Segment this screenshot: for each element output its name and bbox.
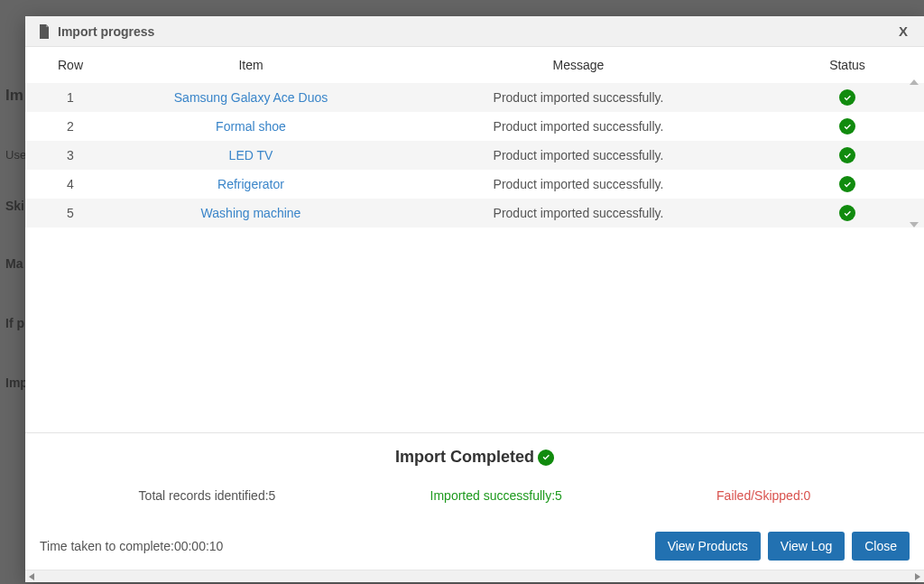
close-button[interactable]: X xyxy=(895,23,911,39)
cell-message: Product imported successfully. xyxy=(386,170,771,199)
view-log-button[interactable]: View Log xyxy=(768,532,845,561)
table-row: 5Washing machineProduct imported success… xyxy=(25,199,924,227)
header-row: Row xyxy=(25,47,116,83)
time-taken: Time taken to complete:00:00:10 xyxy=(40,539,223,553)
modal-title: Import progress xyxy=(58,24,154,39)
scroll-left-icon[interactable] xyxy=(29,573,34,580)
check-circle-icon xyxy=(839,89,855,106)
cell-message: Product imported successfully. xyxy=(386,199,771,227)
summary-total: Total records identified:5 xyxy=(139,488,276,503)
view-products-button[interactable]: View Products xyxy=(655,532,761,561)
table-row: 2Formal shoeProduct imported successfull… xyxy=(25,112,924,141)
summary-imported: Imported successfully:5 xyxy=(430,488,562,503)
import-completed-title: Import Completed xyxy=(395,448,554,467)
bg-label: Im xyxy=(5,87,23,105)
scroll-up-icon[interactable] xyxy=(910,79,919,85)
completed-section: Import Completed xyxy=(25,432,924,476)
header-item: Item xyxy=(116,47,386,83)
table-row: 3LED TVProduct imported successfully. xyxy=(25,141,924,170)
header-status: Status xyxy=(771,47,924,83)
import-progress-modal: Import progress X Row Item Message Statu… xyxy=(25,16,924,582)
cell-item: Samsung Galaxy Ace Duos xyxy=(116,83,386,112)
completed-title-text: Import Completed xyxy=(395,448,534,467)
close-modal-button[interactable]: Close xyxy=(852,532,910,561)
cell-status xyxy=(771,199,924,227)
vertical-scrollbar[interactable] xyxy=(908,79,920,227)
check-circle-icon xyxy=(839,205,855,221)
horizontal-scrollbar[interactable] xyxy=(25,570,924,582)
cell-row-number: 4 xyxy=(25,170,116,199)
bg-label: If p xyxy=(5,316,24,330)
summary-failed: Failed/Skipped:0 xyxy=(716,488,810,503)
check-circle-icon xyxy=(839,118,855,134)
cell-row-number: 1 xyxy=(25,83,116,112)
table-row: 1Samsung Galaxy Ace DuosProduct imported… xyxy=(25,83,924,112)
scroll-right-icon[interactable] xyxy=(915,573,920,580)
header-message: Message xyxy=(386,47,771,83)
cell-status xyxy=(771,112,924,141)
cell-item: Formal shoe xyxy=(116,112,386,141)
bg-label: Ma xyxy=(5,256,23,271)
bg-label: Use xyxy=(5,148,26,162)
check-circle-icon xyxy=(839,176,855,192)
cell-item: Washing machine xyxy=(116,199,386,227)
table-row: 4RefrigeratorProduct imported successful… xyxy=(25,170,924,199)
item-link[interactable]: Refrigerator xyxy=(217,177,284,191)
cell-item: Refrigerator xyxy=(116,170,386,199)
cell-item: LED TV xyxy=(116,141,386,170)
check-circle-icon xyxy=(839,147,855,163)
scroll-down-icon[interactable] xyxy=(910,222,919,227)
cell-status xyxy=(771,141,924,170)
results-table: Row Item Message Status 1Samsung Galaxy … xyxy=(25,47,924,227)
item-link[interactable]: Samsung Galaxy Ace Duos xyxy=(174,90,328,105)
cell-message: Product imported successfully. xyxy=(386,112,771,141)
item-link[interactable]: Formal shoe xyxy=(216,119,286,134)
item-link[interactable]: Washing machine xyxy=(201,206,301,220)
cell-row-number: 5 xyxy=(25,199,116,227)
document-icon xyxy=(38,24,51,39)
cell-row-number: 3 xyxy=(25,141,116,170)
footer-buttons: View Products View Log Close xyxy=(655,532,910,561)
results-table-region: Row Item Message Status 1Samsung Galaxy … xyxy=(25,47,924,227)
item-link[interactable]: LED TV xyxy=(229,148,273,162)
check-circle-icon xyxy=(538,450,554,466)
cell-message: Product imported successfully. xyxy=(386,83,771,112)
modal-header: Import progress X xyxy=(25,16,924,47)
bg-label: Ski xyxy=(5,199,24,213)
summary-row: Total records identified:5 Imported succ… xyxy=(25,476,924,521)
cell-status xyxy=(771,170,924,199)
cell-row-number: 2 xyxy=(25,112,116,141)
cell-status xyxy=(771,83,924,112)
cell-message: Product imported successfully. xyxy=(386,141,771,170)
modal-footer: Time taken to complete:00:00:10 View Pro… xyxy=(25,521,924,570)
